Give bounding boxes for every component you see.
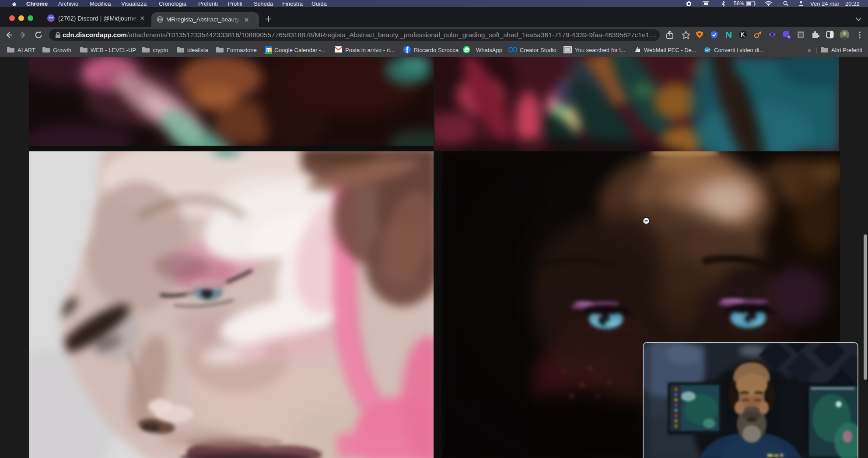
svg-text:31: 31 — [266, 49, 270, 52]
svg-text:5: 5 — [788, 35, 790, 38]
